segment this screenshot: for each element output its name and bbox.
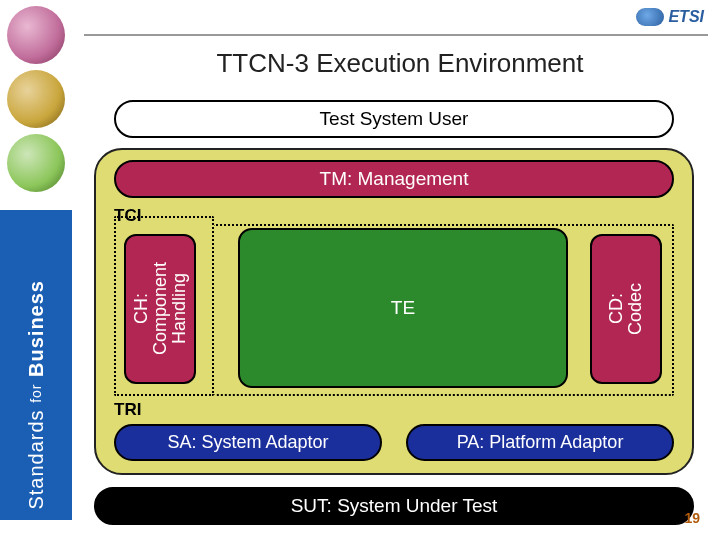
logo: ETSI <box>636 8 704 26</box>
logo-text: ETSI <box>668 8 704 26</box>
box-sa-system-adaptor: SA: System Adaptor <box>114 424 382 461</box>
box-test-system-user: Test System User <box>114 100 674 138</box>
box-te: TE <box>238 228 568 388</box>
sidebar-band: Standards for Business <box>0 210 72 520</box>
box-tm-management: TM: Management <box>114 160 674 198</box>
header-rule <box>84 34 708 36</box>
diagram: Test System User TM: Management TCI CH: … <box>92 100 696 525</box>
globe-icon <box>7 70 65 128</box>
box-cd-codec: CD: Codec <box>590 234 662 384</box>
slide-title: TTCN-3 Execution Environment <box>100 48 700 79</box>
box-pa-platform-adaptor: PA: Platform Adaptor <box>406 424 674 461</box>
sidebar-title-part1: Standards <box>25 410 47 510</box>
globe-icon <box>7 6 65 64</box>
box-sut: SUT: System Under Test <box>94 487 694 525</box>
adaptor-row: SA: System Adaptor PA: Platform Adaptor <box>114 424 674 461</box>
label-tri: TRI <box>114 400 680 420</box>
box-outer: TM: Management TCI CH: Component Handlin… <box>94 148 694 475</box>
sidebar-title-part2: Business <box>25 280 47 377</box>
label-ch: CH: Component Handling <box>132 262 189 355</box>
sidebar-title-joiner: for <box>28 384 44 403</box>
logo-icon <box>636 8 664 26</box>
box-ch-component-handling: CH: Component Handling <box>124 234 196 384</box>
page-number: 19 <box>684 510 700 526</box>
slide: Standards for Business ETSI TTCN-3 Execu… <box>0 0 720 540</box>
label-te: TE <box>391 297 415 319</box>
label-cd: CD: Codec <box>607 283 645 335</box>
sidebar-title: Standards for Business <box>25 280 48 510</box>
middle-row: CH: Component Handling TE CD: Codec <box>114 228 674 396</box>
globe-icon <box>7 134 65 192</box>
sidebar: Standards for Business <box>0 0 72 540</box>
